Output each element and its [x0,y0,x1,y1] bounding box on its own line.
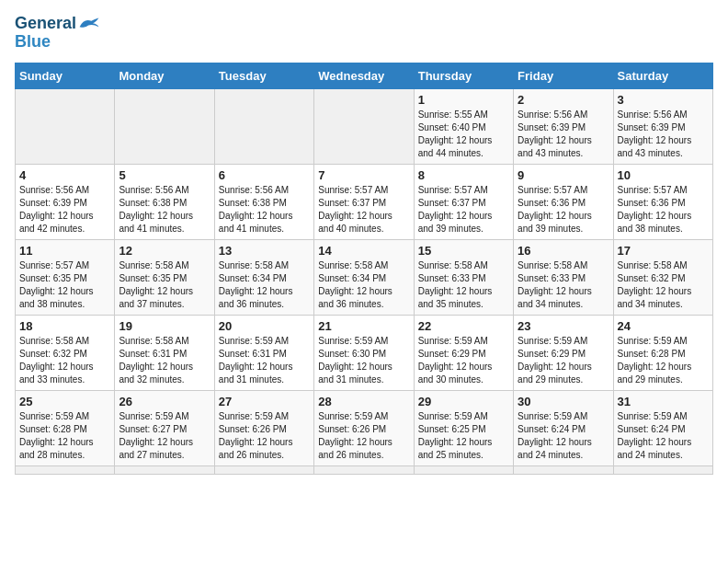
day-number: 27 [219,395,310,408]
calendar-day-cell: 18Sunrise: 5:58 AM Sunset: 6:32 PM Dayli… [16,316,115,391]
calendar-day-cell: 20Sunrise: 5:59 AM Sunset: 6:31 PM Dayli… [214,316,313,391]
calendar-day-cell: 30Sunrise: 5:59 AM Sunset: 6:24 PM Dayli… [514,391,613,466]
weekday-header-thursday: Thursday [414,63,513,89]
calendar-day-cell [514,466,613,475]
day-number: 9 [518,168,609,182]
calendar-day-cell: 1Sunrise: 5:55 AM Sunset: 6:40 PM Daylig… [414,89,513,165]
day-number: 23 [518,319,609,333]
weekday-header-sunday: Sunday [16,63,115,89]
calendar-day-cell [314,89,414,165]
calendar-day-cell: 28Sunrise: 5:59 AM Sunset: 6:26 PM Dayli… [314,391,414,466]
day-number: 2 [518,93,609,107]
day-info: Sunrise: 5:58 AM Sunset: 6:35 PM Dayligh… [119,259,210,311]
day-number: 13 [219,244,310,258]
day-info: Sunrise: 5:55 AM Sunset: 6:40 PM Dayligh… [418,109,509,160]
calendar-day-cell [613,466,712,475]
calendar-day-cell: 15Sunrise: 5:58 AM Sunset: 6:33 PM Dayli… [414,240,513,316]
day-info: Sunrise: 5:57 AM Sunset: 6:36 PM Dayligh… [518,184,609,236]
calendar-week-row: 11Sunrise: 5:57 AM Sunset: 6:35 PM Dayli… [16,240,713,316]
calendar-day-cell: 8Sunrise: 5:57 AM Sunset: 6:37 PM Daylig… [414,165,513,240]
day-info: Sunrise: 5:58 AM Sunset: 6:31 PM Dayligh… [119,335,210,386]
day-info: Sunrise: 5:57 AM Sunset: 6:37 PM Dayligh… [418,184,509,236]
day-number: 14 [318,244,409,258]
calendar-table: SundayMondayTuesdayWednesdayThursdayFrid… [15,63,713,475]
calendar-day-cell: 16Sunrise: 5:58 AM Sunset: 6:33 PM Dayli… [514,240,613,316]
calendar-day-cell: 2Sunrise: 5:56 AM Sunset: 6:39 PM Daylig… [514,89,613,165]
calendar-day-cell: 27Sunrise: 5:59 AM Sunset: 6:26 PM Dayli… [214,391,313,466]
logo-bird-icon [78,15,100,33]
calendar-day-cell: 14Sunrise: 5:58 AM Sunset: 6:34 PM Dayli… [314,240,414,316]
calendar-day-cell [214,466,313,475]
calendar-day-cell: 26Sunrise: 5:59 AM Sunset: 6:27 PM Dayli… [115,391,214,466]
day-info: Sunrise: 5:59 AM Sunset: 6:29 PM Dayligh… [418,335,509,386]
weekday-header-friday: Friday [514,63,613,89]
day-info: Sunrise: 5:57 AM Sunset: 6:37 PM Dayligh… [318,184,409,236]
day-number: 6 [219,168,310,182]
calendar-day-cell: 4Sunrise: 5:56 AM Sunset: 6:39 PM Daylig… [16,165,115,240]
day-info: Sunrise: 5:59 AM Sunset: 6:28 PM Dayligh… [19,410,110,462]
day-number: 18 [19,319,110,333]
day-number: 4 [19,168,110,182]
day-info: Sunrise: 5:56 AM Sunset: 6:38 PM Dayligh… [119,184,210,236]
day-number: 22 [418,319,509,333]
top-bar: General Blue [15,15,713,55]
calendar-day-cell: 17Sunrise: 5:58 AM Sunset: 6:32 PM Dayli… [613,240,712,316]
weekday-header-monday: Monday [115,63,214,89]
day-info: Sunrise: 5:56 AM Sunset: 6:39 PM Dayligh… [19,184,110,236]
day-number: 19 [119,319,210,333]
calendar-day-cell: 31Sunrise: 5:59 AM Sunset: 6:24 PM Dayli… [613,391,712,466]
day-info: Sunrise: 5:59 AM Sunset: 6:27 PM Dayligh… [119,410,210,462]
logo-text: General [15,15,100,33]
day-number: 5 [119,168,210,182]
day-info: Sunrise: 5:58 AM Sunset: 6:34 PM Dayligh… [219,259,310,311]
calendar-day-cell: 22Sunrise: 5:59 AM Sunset: 6:29 PM Dayli… [414,316,513,391]
day-number: 30 [518,395,609,408]
day-info: Sunrise: 5:59 AM Sunset: 6:31 PM Dayligh… [219,335,310,386]
day-number: 3 [618,93,709,107]
day-number: 21 [318,319,409,333]
calendar-day-cell: 7Sunrise: 5:57 AM Sunset: 6:37 PM Daylig… [314,165,414,240]
calendar-day-cell: 3Sunrise: 5:56 AM Sunset: 6:39 PM Daylig… [613,89,712,165]
calendar-day-cell: 21Sunrise: 5:59 AM Sunset: 6:30 PM Dayli… [314,316,414,391]
day-number: 31 [618,395,709,408]
day-number: 20 [219,319,310,333]
calendar-day-cell [16,466,115,475]
calendar-day-cell [115,466,214,475]
day-number: 7 [318,168,409,182]
weekday-header-tuesday: Tuesday [214,63,313,89]
calendar-day-cell: 11Sunrise: 5:57 AM Sunset: 6:35 PM Dayli… [16,240,115,316]
day-info: Sunrise: 5:57 AM Sunset: 6:35 PM Dayligh… [19,259,110,311]
calendar-week-row: 18Sunrise: 5:58 AM Sunset: 6:32 PM Dayli… [16,316,713,391]
day-number: 16 [518,244,609,258]
weekday-header-saturday: Saturday [613,63,712,89]
calendar-day-cell: 25Sunrise: 5:59 AM Sunset: 6:28 PM Dayli… [16,391,115,466]
calendar-week-row: 4Sunrise: 5:56 AM Sunset: 6:39 PM Daylig… [16,165,713,240]
day-number: 1 [418,93,509,107]
day-info: Sunrise: 5:59 AM Sunset: 6:30 PM Dayligh… [318,335,409,386]
day-info: Sunrise: 5:59 AM Sunset: 6:24 PM Dayligh… [518,410,609,462]
logo-text-blue: Blue [15,33,100,52]
day-number: 10 [618,168,709,182]
weekday-header-wednesday: Wednesday [314,63,414,89]
calendar-day-cell: 19Sunrise: 5:58 AM Sunset: 6:31 PM Dayli… [115,316,214,391]
day-number: 28 [318,395,409,408]
day-number: 12 [119,244,210,258]
calendar-week-row [16,466,713,475]
day-info: Sunrise: 5:59 AM Sunset: 6:28 PM Dayligh… [618,335,709,386]
calendar-day-cell: 9Sunrise: 5:57 AM Sunset: 6:36 PM Daylig… [514,165,613,240]
calendar-day-cell [214,89,313,165]
calendar-day-cell: 10Sunrise: 5:57 AM Sunset: 6:36 PM Dayli… [613,165,712,240]
day-number: 26 [119,395,210,408]
calendar-day-cell: 13Sunrise: 5:58 AM Sunset: 6:34 PM Dayli… [214,240,313,316]
day-number: 29 [418,395,509,408]
calendar-day-cell [414,466,513,475]
day-info: Sunrise: 5:57 AM Sunset: 6:36 PM Dayligh… [618,184,709,236]
day-number: 17 [618,244,709,258]
calendar-day-cell: 24Sunrise: 5:59 AM Sunset: 6:28 PM Dayli… [613,316,712,391]
day-info: Sunrise: 5:58 AM Sunset: 6:33 PM Dayligh… [418,259,509,311]
calendar-day-cell: 29Sunrise: 5:59 AM Sunset: 6:25 PM Dayli… [414,391,513,466]
day-number: 25 [19,395,110,408]
calendar-day-cell: 12Sunrise: 5:58 AM Sunset: 6:35 PM Dayli… [115,240,214,316]
calendar-week-row: 1Sunrise: 5:55 AM Sunset: 6:40 PM Daylig… [16,89,713,165]
day-info: Sunrise: 5:59 AM Sunset: 6:24 PM Dayligh… [618,410,709,462]
